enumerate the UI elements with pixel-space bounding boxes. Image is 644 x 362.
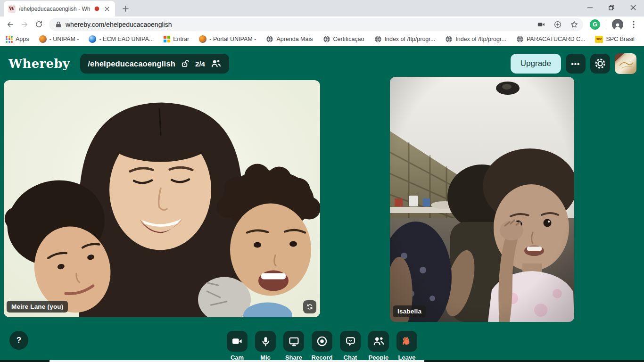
bookmark-item[interactable]: Index of /ftp/progr...: [445, 35, 506, 43]
window-restore-button[interactable]: [601, 0, 622, 15]
upgrade-button[interactable]: Upgrade: [511, 54, 561, 74]
bookmark-label: SPC Brasil: [606, 36, 634, 42]
reload-button[interactable]: [32, 18, 45, 31]
unipam-logo-icon: [39, 35, 47, 43]
mic-button[interactable]: Mic: [255, 331, 276, 361]
globe-icon: [374, 35, 382, 43]
bookmark-item[interactable]: Certificação: [323, 35, 364, 43]
video-tile-remote: Isabella: [390, 77, 574, 322]
record-button[interactable]: Record: [312, 331, 332, 361]
screen-share-icon: [288, 336, 300, 347]
bookmark-label: Index of /ftp/progr...: [455, 36, 506, 42]
more-icon: •••: [571, 60, 580, 68]
whereby-logo: Whereby: [8, 57, 70, 71]
whereby-favicon: W: [8, 5, 16, 13]
bookmark-label: - Portal UNIPAM -: [209, 36, 256, 42]
bottom-edge-strip: [0, 360, 644, 362]
chat-button[interactable]: Chat: [340, 331, 361, 361]
leave-button[interactable]: Leave: [396, 331, 417, 361]
whereby-app: Whereby /ehelpeducacaoenglish 2/4 Upgrad…: [0, 46, 644, 362]
browser-menu-icon[interactable]: [627, 18, 640, 31]
window-close-button[interactable]: [622, 0, 644, 15]
toolbar-divider: [606, 20, 606, 29]
bookmarks-bar: Apps - UNIPAM - - ECM EAD UNIPA... Entra…: [0, 32, 644, 46]
zoom-plus-icon[interactable]: [552, 18, 564, 31]
back-button[interactable]: [4, 18, 17, 31]
self-video-feed: [4, 80, 320, 317]
secure-lock-icon: [56, 21, 61, 28]
address-bar[interactable]: whereby.com/ehelpeducacaoenglish: [49, 18, 583, 31]
camera-icon: [231, 335, 243, 347]
tab-title: /ehelpeducacaoenglish - Wh: [19, 6, 91, 12]
cam-button[interactable]: Cam: [227, 331, 248, 361]
bookmark-item[interactable]: Index of /ftp/progr...: [374, 35, 436, 43]
window-minimize-button[interactable]: [579, 0, 601, 15]
bookmark-label: PARACATUCARD C...: [527, 36, 586, 42]
blue-sphere-icon: [89, 35, 96, 43]
settings-button[interactable]: [590, 54, 610, 74]
bookmark-label: Index of /ftp/progr...: [385, 36, 436, 42]
tab-camera-icon[interactable]: [535, 18, 547, 31]
bookmark-item[interactable]: PARACATUCARD C...: [516, 35, 586, 43]
record-icon: [316, 335, 328, 347]
participant-name-label: Isabella: [393, 305, 426, 317]
gear-icon: [594, 58, 606, 69]
bookmark-item[interactable]: Entrar: [164, 36, 189, 42]
url-text: whereby.com/ehelpeducacaoenglish: [66, 21, 531, 28]
people-button[interactable]: People: [368, 331, 389, 361]
room-info-pill[interactable]: /ehelpeducacaoenglish 2/4: [80, 54, 229, 74]
globe-icon: [266, 35, 273, 43]
browser-tab[interactable]: W /ehelpeducacaoenglish - Wh: [4, 1, 115, 16]
globe-icon: [445, 35, 453, 43]
share-button[interactable]: Share: [283, 331, 304, 361]
bookmark-item[interactable]: - UNIPAM -: [39, 35, 79, 43]
forward-button[interactable]: [18, 18, 31, 31]
window-controls: [579, 0, 644, 16]
flip-camera-icon: [306, 303, 314, 311]
bookmark-label: Entrar: [173, 36, 189, 42]
bookmark-label: Aprenda Mais: [276, 36, 313, 42]
bookmark-label: - UNIPAM -: [50, 36, 79, 42]
grammarly-extension-icon[interactable]: G: [590, 19, 600, 30]
unipam-logo-icon: [199, 35, 206, 43]
flip-camera-button[interactable]: [303, 300, 316, 313]
bookmark-label: Certificação: [333, 36, 364, 42]
globe-icon: [516, 35, 524, 43]
browser-toolbar: whereby.com/ehelpeducacaoenglish G: [0, 16, 644, 32]
bookmark-label: Apps: [16, 36, 29, 42]
people-icon: [210, 58, 222, 69]
bookmark-item[interactable]: SPC SPC Brasil: [595, 36, 634, 43]
bookmark-item[interactable]: - Portal UNIPAM -: [199, 35, 256, 43]
apps-shortcut[interactable]: Apps: [6, 36, 29, 43]
participant-count: 2/4: [195, 60, 205, 68]
help-button[interactable]: ?: [9, 331, 28, 350]
bookmark-item[interactable]: - ECM EAD UNIPA...: [89, 35, 154, 43]
header-actions: Upgrade •••: [511, 53, 636, 74]
call-toolbar: Cam Mic Share: [227, 331, 417, 361]
hand-wave-icon: [401, 335, 413, 347]
apps-grid-icon: [6, 36, 13, 43]
browser-profile-avatar[interactable]: [612, 19, 623, 30]
microsoft-logo-icon: [164, 36, 170, 42]
spc-logo-icon: SPC: [595, 36, 603, 43]
new-tab-button[interactable]: [119, 2, 132, 15]
remote-video-feed: [390, 77, 574, 322]
participant-name-label: Meire Lane (you): [7, 301, 68, 313]
tab-close-icon[interactable]: [103, 5, 111, 13]
bookmark-label: - ECM EAD UNIPA...: [99, 36, 154, 42]
video-tile-self: Meire Lane (you): [4, 80, 320, 317]
bookmark-star-icon[interactable]: [568, 18, 580, 31]
mic-icon: [260, 336, 272, 347]
bookmark-item[interactable]: Aprenda Mais: [266, 35, 313, 43]
user-avatar[interactable]: [615, 53, 636, 74]
tab-recording-indicator-icon: [94, 6, 99, 11]
globe-icon: [323, 35, 330, 43]
browser-tab-strip: W /ehelpeducacaoenglish - Wh: [0, 0, 644, 16]
unlocked-padlock-icon: [181, 59, 190, 68]
app-header: Whereby /ehelpeducacaoenglish 2/4 Upgrad…: [0, 46, 644, 76]
room-name: /ehelpeducacaoenglish: [88, 59, 175, 68]
people-icon: [372, 335, 385, 347]
more-options-button[interactable]: •••: [566, 54, 586, 74]
chat-icon: [345, 336, 356, 347]
